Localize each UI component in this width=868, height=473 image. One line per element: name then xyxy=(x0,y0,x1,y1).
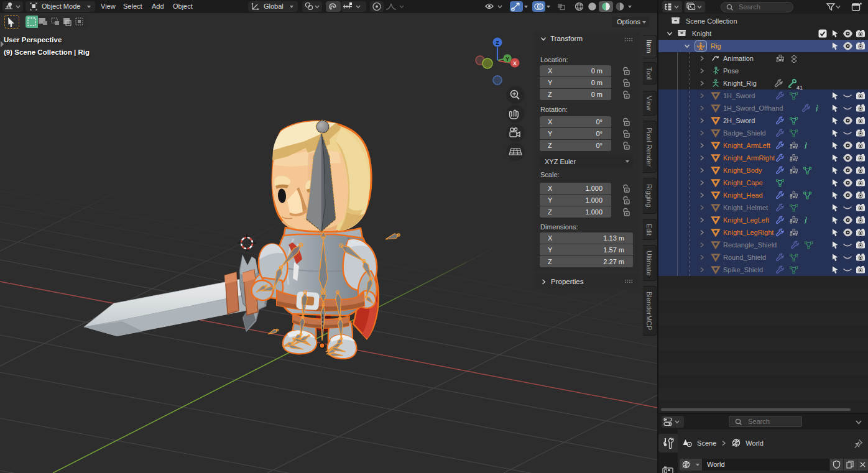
svg-text:X: X xyxy=(513,60,517,67)
svg-text:Z: Z xyxy=(496,40,499,46)
svg-text:Y: Y xyxy=(506,56,509,62)
